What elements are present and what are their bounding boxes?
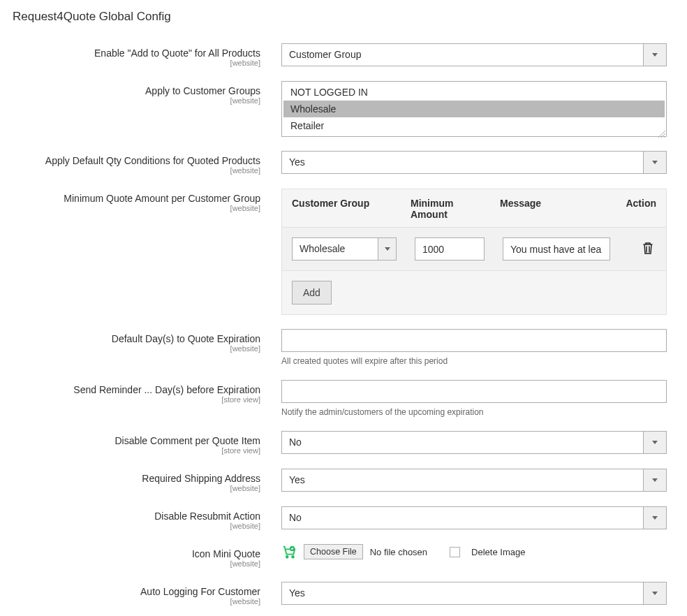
select-auto-logging[interactable]: Yes	[281, 582, 667, 605]
scope-label: [website]	[13, 559, 260, 568]
scope-label: [website]	[13, 597, 260, 606]
label-col: Disable Comment per Quote Item [store vi…	[13, 431, 281, 455]
field-col: Yes	[281, 582, 667, 606]
chevron-down-icon	[643, 507, 666, 529]
label-enable-add-to-quote: Enable "Add to Quote" for All Products	[94, 47, 260, 59]
note-default-days-expiration: All created quotes will expire after thi…	[281, 356, 667, 366]
choose-file-button[interactable]: Choose File	[304, 544, 363, 559]
svg-point-0	[286, 556, 288, 558]
scope-label: [store view]	[13, 395, 260, 404]
multiselect-option-wholesale[interactable]: Wholesale	[283, 101, 665, 117]
label-col: Send Reminder ... Day(s) before Expirati…	[13, 380, 281, 417]
select-required-shipping[interactable]: Yes	[281, 469, 667, 492]
field-col: All created quotes will expire after thi…	[281, 329, 667, 366]
row-min-quote-amount: Minimum Quote Amount per Customer Group …	[13, 189, 674, 315]
label-disable-comment: Disable Comment per Quote Item	[114, 435, 260, 446]
label-send-reminder: Send Reminder ... Day(s) before Expirati…	[73, 384, 260, 395]
field-col: Yes	[281, 469, 667, 492]
chevron-down-icon	[643, 44, 666, 66]
label-col: Minimum Quote Amount per Customer Group …	[13, 189, 281, 315]
field-col: Customer Group Minimum Amount Message Ac…	[281, 189, 667, 315]
chevron-down-icon	[643, 469, 666, 491]
delete-image-checkbox[interactable]	[450, 547, 460, 557]
label-col: Auto Logging For Customer [website]	[13, 582, 281, 606]
add-row-button[interactable]: Add	[292, 281, 332, 305]
select-apply-default-qty[interactable]: Yes	[281, 151, 667, 174]
section-title: Request4Quote Global Config	[13, 10, 674, 24]
th-min-amount: Minimum Amount	[411, 198, 487, 220]
select-value: Yes	[282, 582, 643, 604]
row-input-message[interactable]	[503, 237, 610, 261]
label-apply-default-qty: Apply Default Qty Conditions for Quoted …	[45, 155, 260, 166]
note-send-reminder: Notify the admin/customers of the upcomi…	[281, 407, 667, 417]
field-col: Yes	[281, 151, 667, 175]
th-action: Action	[614, 198, 656, 220]
chevron-down-icon	[643, 582, 666, 604]
chevron-down-icon	[643, 152, 666, 173]
row-disable-resubmit: Disable Resubmit Action [website] No	[13, 506, 674, 530]
scope-label: [website]	[13, 166, 260, 175]
select-value: No	[282, 432, 643, 453]
chevron-down-icon	[643, 432, 666, 453]
multiselect-option-not-logged-in[interactable]: NOT LOGGED IN	[283, 84, 665, 101]
svg-point-1	[292, 556, 294, 558]
scope-label: [website]	[13, 522, 260, 530]
row-disable-comment: Disable Comment per Quote Item [store vi…	[13, 431, 674, 455]
input-send-reminder[interactable]	[281, 380, 667, 403]
input-default-days-expiration[interactable]	[281, 329, 667, 352]
select-disable-resubmit[interactable]: No	[281, 506, 667, 529]
trash-icon	[642, 242, 653, 256]
file-status-text: No file chosen	[370, 547, 427, 557]
scope-label: [website]	[13, 484, 260, 492]
label-auto-logging: Auto Logging For Customer	[140, 586, 260, 597]
field-col: NOT LOGGED IN Wholesale Retailer	[281, 81, 667, 137]
th-message: Message	[487, 198, 614, 220]
label-col: Required Shipping Address [website]	[13, 469, 281, 492]
row-apply-customer-groups: Apply to Customer Groups [website] NOT L…	[13, 81, 674, 137]
label-col: Disable Resubmit Action [website]	[13, 506, 281, 530]
label-default-days-expiration: Default Day(s) to Quote Expiration	[112, 333, 260, 344]
field-col: Customer Group	[281, 43, 667, 67]
scope-label: [store view]	[13, 446, 260, 455]
scope-label: [website]	[13, 204, 260, 212]
label-col: Icon Mini Quote [website]	[13, 544, 281, 568]
field-col: No	[281, 431, 667, 455]
scope-label: [website]	[13, 96, 260, 105]
row-required-shipping: Required Shipping Address [website] Yes	[13, 469, 674, 492]
scope-label: [website]	[13, 344, 260, 353]
select-value: Wholesale	[293, 238, 378, 260]
select-value: Yes	[282, 152, 643, 173]
delete-image-label: Delete Image	[471, 547, 525, 557]
table-row: Wholesale	[282, 227, 666, 271]
label-col: Enable "Add to Quote" for All Products […	[13, 43, 281, 67]
select-value: Customer Group	[282, 44, 643, 66]
quote-cart-icon	[281, 544, 297, 559]
label-col: Default Day(s) to Quote Expiration [webs…	[13, 329, 281, 366]
th-customer-group: Customer Group	[292, 198, 411, 220]
label-col: Apply Default Qty Conditions for Quoted …	[13, 151, 281, 175]
multiselect-customer-groups[interactable]: NOT LOGGED IN Wholesale Retailer	[281, 81, 667, 137]
resize-handle-icon[interactable]	[658, 129, 665, 135]
row-select-customer-group[interactable]: Wholesale	[292, 237, 397, 261]
label-apply-customer-groups: Apply to Customer Groups	[145, 85, 260, 96]
label-min-quote-amount: Minimum Quote Amount per Customer Group	[64, 193, 260, 204]
field-col: No	[281, 506, 667, 530]
table-footer: Add	[282, 271, 666, 314]
min-quote-table: Customer Group Minimum Amount Message Ac…	[281, 189, 667, 315]
scope-label: [website]	[13, 59, 260, 67]
select-enable-add-to-quote[interactable]: Customer Group	[281, 43, 667, 66]
delete-row-button[interactable]	[640, 241, 656, 258]
select-value: No	[282, 507, 643, 529]
label-icon-mini-quote: Icon Mini Quote	[192, 548, 260, 559]
row-send-reminder: Send Reminder ... Day(s) before Expirati…	[13, 380, 674, 417]
multiselect-option-retailer[interactable]: Retailer	[283, 117, 665, 134]
label-disable-resubmit: Disable Resubmit Action	[154, 511, 260, 522]
table-header: Customer Group Minimum Amount Message Ac…	[282, 189, 666, 227]
label-required-shipping: Required Shipping Address	[142, 473, 260, 484]
label-col: Apply to Customer Groups [website]	[13, 81, 281, 137]
row-default-days-expiration: Default Day(s) to Quote Expiration [webs…	[13, 329, 674, 366]
select-disable-comment[interactable]: No	[281, 431, 667, 454]
row-auto-logging: Auto Logging For Customer [website] Yes	[13, 582, 674, 606]
row-input-min-amount[interactable]	[415, 237, 485, 261]
chevron-down-icon	[378, 238, 396, 260]
